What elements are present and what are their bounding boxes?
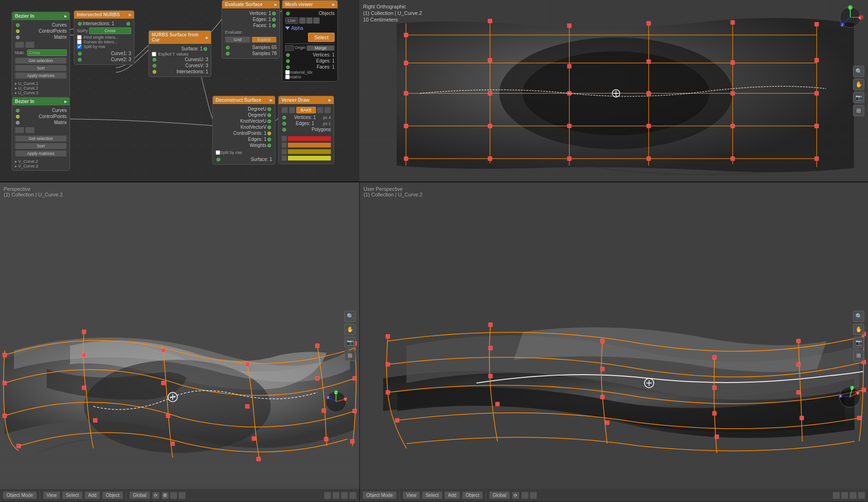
svg-rect-37	[647, 91, 651, 95]
right-ortho-viewport[interactable]: Right Orthographic (1) Collection | U_Cu…	[359, 0, 868, 181]
right-3d-canvas: Y Z X 🔍 ✋ 📷 ⊞	[360, 182, 868, 489]
shade-r4[interactable]	[858, 492, 865, 499]
node-mesh-viewer[interactable]: Mesh viewer ▸ Objects Live	[282, 0, 338, 82]
node-veneer-draw[interactable]: Veneer Draw ▸ BAKE Vertices: 1px 4 Edges…	[278, 96, 334, 164]
viewport-shade-2[interactable]	[332, 492, 340, 499]
left-3d-svg: Y Z X	[0, 182, 359, 489]
select-button[interactable]: Select	[308, 33, 335, 42]
select-btn-left[interactable]: Select	[62, 491, 83, 499]
camera-btn-left[interactable]: 📷	[344, 337, 356, 348]
node-nurbs-surface[interactable]: NURBS Surface from Cur ▸ Surface: 1 Expl…	[148, 30, 211, 77]
node-bezier-in-2[interactable]: Bezier In ▸ Curves ControlPoints Matrix …	[12, 97, 70, 171]
svg-rect-38	[731, 91, 735, 95]
svg-rect-27	[815, 22, 819, 26]
snap-btn-r[interactable]	[521, 492, 529, 499]
svg-rect-124	[601, 395, 604, 399]
mode-select-right[interactable]: Object Mode	[363, 491, 397, 499]
svg-rect-84	[3, 414, 7, 418]
select-btn-right[interactable]: Select	[422, 491, 442, 499]
node-body-intersected: Intersections: 1 SciPy Cross Find single…	[74, 19, 134, 64]
grid-btn[interactable]: Grid	[225, 36, 251, 43]
svg-rect-76	[315, 344, 319, 348]
node-header-veneer: Veneer Draw ▸	[279, 96, 334, 104]
svg-rect-125	[713, 411, 716, 415]
node-evaluate-surface[interactable]: Evaluate Surface ▸ Vertices: 1 Edges: 1 …	[222, 0, 280, 59]
zoom-btn[interactable]: 🔍	[853, 66, 864, 77]
zoom-btn-right[interactable]: 🔍	[853, 311, 864, 322]
magnet-btn[interactable]: ⦿	[161, 492, 169, 499]
add-btn-left[interactable]: Add	[84, 491, 100, 499]
prop-btn-r[interactable]	[530, 492, 537, 499]
node-header-evaluate: Evaluate Surface ▸	[222, 0, 280, 8]
get-selection-btn-2[interactable]: Get selection	[15, 135, 67, 142]
view-btn-left[interactable]: View	[43, 491, 61, 499]
svg-rect-39	[815, 91, 819, 95]
apply-matrices-btn-2[interactable]: Apply matrices	[15, 150, 67, 157]
bake-btn[interactable]: BAKE	[296, 107, 316, 113]
object-btn-left[interactable]: Object	[102, 491, 123, 499]
shade-r1[interactable]	[833, 492, 840, 499]
transform-left[interactable]: Global	[129, 491, 150, 499]
grid-btn-nav[interactable]: ⊞	[853, 105, 864, 116]
svg-rect-34	[404, 91, 408, 95]
svg-rect-47	[488, 157, 492, 160]
node-editor[interactable]: Bezier In ▸ Curves ControlPoints Matrix …	[0, 0, 359, 181]
sort-btn-1[interactable]: Sort	[15, 65, 67, 71]
node-body-evaluate: Vertices: 1 Edges: 1 Faces: 1 Evaluate: …	[222, 8, 280, 58]
node-header-bezier-1: Bezier In ▸	[12, 12, 70, 20]
svg-rect-35	[488, 91, 492, 95]
svg-text:X: X	[839, 394, 842, 398]
node-deconstruct-surface[interactable]: Deconstruct Surface ▸ DegreeU DegreeV Kn…	[212, 96, 275, 165]
viewport-shade-1[interactable]	[324, 492, 331, 499]
left-3d-viewport[interactable]: Y Z X 🔍 ✋ 📷 ⊞	[0, 182, 359, 502]
object-btn-right[interactable]: Object	[462, 491, 483, 499]
svg-rect-73	[82, 330, 86, 334]
hand-btn-left[interactable]: ✋	[344, 324, 356, 335]
bottom-section: Y Z X 🔍 ✋ 📷 ⊞	[0, 182, 868, 502]
svg-rect-90	[17, 444, 21, 448]
svg-rect-49	[647, 157, 651, 160]
shade-r2[interactable]	[841, 492, 848, 499]
svg-rect-46	[404, 157, 408, 160]
grid-btn-left[interactable]: ⊞	[344, 350, 356, 361]
viewport-shade-3[interactable]	[341, 492, 348, 499]
prop-edit-btn[interactable]	[178, 492, 186, 499]
apply-matrices-btn-1[interactable]: Apply matrices	[15, 72, 67, 79]
svg-text:Z: Z	[851, 386, 854, 390]
svg-text:Z: Z	[335, 390, 337, 395]
svg-text:X: X	[858, 16, 861, 20]
explicit-btn[interactable]: Explicit	[252, 36, 277, 43]
svg-rect-113	[713, 356, 716, 359]
mode-select-left[interactable]: Object Mode	[3, 491, 37, 499]
node-bezier-in-1[interactable]: Bezier In ▸ Curves ControlPoints Matrix …	[12, 12, 70, 98]
right-3d-viewport[interactable]: Y Z X 🔍 ✋ 📷 ⊞	[359, 182, 868, 502]
top-section: Bezier In ▸ Curves ControlPoints Matrix …	[0, 0, 868, 182]
grid-btn-right[interactable]: ⊞	[853, 350, 864, 361]
add-btn-right[interactable]: Add	[444, 491, 460, 499]
svg-rect-117	[489, 346, 492, 350]
camera-btn[interactable]: 📷	[853, 92, 864, 103]
right-3d-svg: Y Z X	[360, 182, 868, 489]
sort-btn-2[interactable]: Sort	[15, 143, 67, 149]
svg-rect-42	[567, 124, 571, 128]
svg-rect-130	[605, 421, 609, 425]
svg-rect-44	[731, 124, 735, 128]
camera-btn-right[interactable]: 📷	[853, 337, 864, 348]
node-intersected-nurbs[interactable]: Intersected NURBS ▸ Intersections: 1 Sci…	[74, 10, 134, 65]
view-btn-right[interactable]: View	[403, 491, 420, 499]
viewport-shade-4[interactable]	[349, 492, 357, 499]
svg-rect-74	[161, 349, 165, 352]
transform-right[interactable]: Global	[489, 491, 510, 499]
pivot-btn-left[interactable]: ⟳	[152, 492, 160, 499]
svg-rect-31	[647, 60, 651, 63]
node-header-intersected: Intersected NURBS ▸	[74, 11, 134, 19]
svg-rect-94	[324, 437, 328, 441]
pivot-btn-right[interactable]: ⟳	[512, 492, 519, 499]
shade-r3[interactable]	[849, 492, 857, 499]
hand-btn-right[interactable]: ✋	[853, 324, 864, 335]
get-selection-btn-1[interactable]: Get selection	[15, 57, 67, 64]
zoom-btn-left[interactable]: 🔍	[344, 311, 356, 322]
svg-text:Y: Y	[856, 391, 859, 396]
snap-btn[interactable]	[170, 492, 177, 499]
hand-btn[interactable]: ✋	[853, 79, 864, 90]
